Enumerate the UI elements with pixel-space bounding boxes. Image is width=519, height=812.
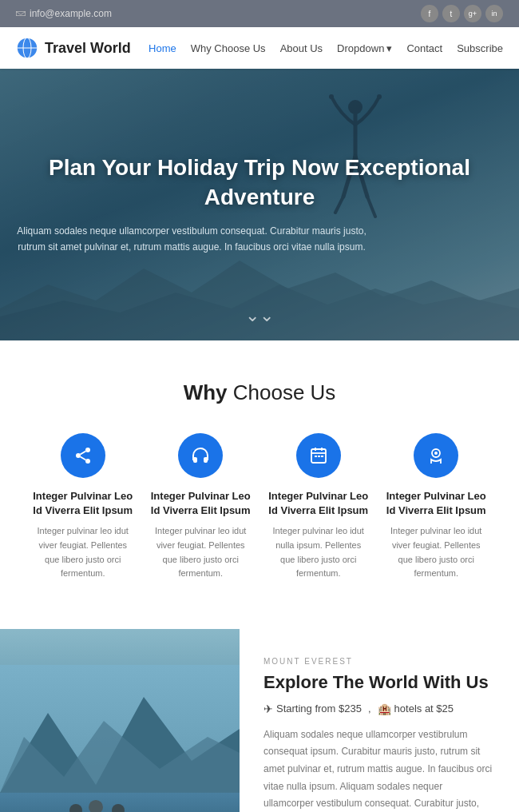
- top-bar-email: info@example.com: [16, 8, 112, 19]
- explore-image: [0, 629, 240, 812]
- explore-title: Explore The World With Us: [263, 672, 495, 693]
- hero-subtitle: Aliquam sodales neque ullamcorper vestib…: [16, 223, 367, 256]
- feature-4-title: Integer Pulvinar Leo Id Viverra Elit Ips…: [386, 489, 488, 518]
- svg-rect-17: [318, 456, 320, 457]
- feature-badge: Integer Pulvinar Leo Id Viverra Elit Ips…: [386, 433, 488, 581]
- svg-rect-16: [315, 456, 317, 457]
- nav-why[interactable]: Why Choose Us: [191, 42, 266, 54]
- navbar: Travel World Home Why Choose Us About Us…: [0, 27, 519, 69]
- svg-point-4: [348, 100, 363, 114]
- feature-headphone-icon: [178, 433, 223, 478]
- svg-line-10: [80, 457, 85, 460]
- googleplus-icon[interactable]: g+: [464, 5, 481, 22]
- explore-content: MOUNT EVEREST Explore The World With Us …: [240, 629, 519, 812]
- email-text: info@example.com: [30, 8, 112, 19]
- feature-headphone: Integer Pulvinar Leo Id Viverra Elit Ips…: [150, 433, 252, 581]
- svg-point-6: [377, 94, 382, 99]
- hotel-price: 🏨 hotels at $25: [378, 703, 454, 715]
- feature-3-text: Integer pulvinar leo idut nulla ipsum. P…: [267, 524, 370, 580]
- explore-label: MOUNT EVEREST: [263, 657, 495, 666]
- logo-icon: [16, 37, 38, 59]
- svg-point-9: [85, 459, 90, 464]
- why-title: Why Choose Us: [32, 380, 487, 405]
- svg-point-7: [85, 448, 90, 452]
- svg-line-11: [80, 452, 85, 455]
- svg-point-5: [329, 94, 334, 99]
- feature-4-text: Integer pulvinar leo idut viver feugiat.…: [386, 524, 488, 580]
- nav-links: Home Why Choose Us About Us Dropdown ▾ C…: [149, 42, 503, 54]
- feature-1-text: Integer pulvinar leo idut viver feugiat.…: [32, 524, 134, 580]
- top-bar: info@example.com f t g+ in: [0, 0, 519, 27]
- nav-contact[interactable]: Contact: [406, 42, 442, 54]
- social-icons: f t g+ in: [421, 5, 503, 22]
- email-icon: [16, 9, 26, 18]
- twitter-icon[interactable]: t: [442, 5, 460, 22]
- svg-point-8: [76, 453, 81, 458]
- feature-share: Integer Pulvinar Leo Id Viverra Elit Ips…: [32, 433, 134, 581]
- brand-name: Travel World: [45, 40, 131, 57]
- feature-3-title: Integer Pulvinar Leo Id Viverra Elit Ips…: [267, 489, 370, 518]
- nav-about[interactable]: About Us: [280, 42, 323, 54]
- why-section: Why Choose Us Integer Pulvinar Leo Id Vi…: [0, 340, 519, 613]
- explore-text: Aliquam sodales neque ullamcorper vestib…: [263, 726, 495, 812]
- explore-scene: [0, 629, 240, 812]
- feature-1-title: Integer Pulvinar Leo Id Viverra Elit Ips…: [32, 489, 134, 518]
- flight-price: ✈ Starting from $235: [263, 703, 362, 715]
- feature-share-icon: [61, 433, 105, 478]
- svg-point-20: [434, 452, 438, 455]
- feature-badge-icon: [414, 433, 458, 478]
- feature-2-text: Integer pulvinar leo idut viver feugiat.…: [150, 524, 252, 580]
- svg-rect-18: [321, 456, 323, 457]
- nav-subscribe[interactable]: Subscribe: [457, 42, 503, 54]
- hotel-icon: 🏨: [378, 703, 391, 715]
- nav-dropdown[interactable]: Dropdown ▾: [337, 42, 392, 54]
- chevron-down-icon: ▾: [386, 42, 392, 54]
- facebook-icon[interactable]: f: [421, 5, 438, 22]
- hero-title: Plan Your Holiday Trip Now Exceptional A…: [16, 153, 503, 212]
- features-grid: Integer Pulvinar Leo Id Viverra Elit Ips…: [32, 433, 487, 581]
- plane-icon: ✈: [263, 703, 273, 715]
- hero-section: Plan Your Holiday Trip Now Exceptional A…: [0, 69, 519, 340]
- hero-content: Plan Your Holiday Trip Now Exceptional A…: [0, 137, 519, 272]
- nav-home[interactable]: Home: [149, 42, 176, 54]
- explore-price: ✈ Starting from $235 , 🏨 hotels at $25: [263, 703, 495, 715]
- feature-calendar-icon: [296, 433, 341, 478]
- feature-2-title: Integer Pulvinar Leo Id Viverra Elit Ips…: [150, 489, 252, 518]
- explore-section: MOUNT EVEREST Explore The World With Us …: [0, 629, 519, 812]
- logo: Travel World: [16, 37, 131, 59]
- feature-calendar: Integer Pulvinar Leo Id Viverra Elit Ips…: [267, 433, 370, 581]
- linkedin-icon[interactable]: in: [485, 5, 503, 22]
- scroll-down-icon[interactable]: ⌄⌄: [245, 305, 274, 326]
